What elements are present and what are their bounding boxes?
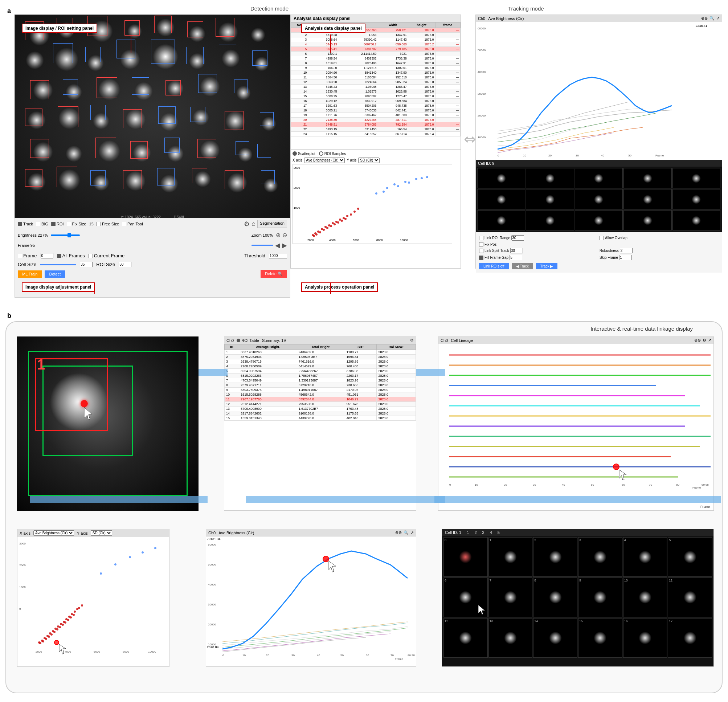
frame-next-icon[interactable]: ▶ [282, 241, 287, 249]
svg-point-106 [62, 624, 64, 626]
frame-label: Frame 95 [18, 243, 35, 247]
skip-frame-input[interactable] [619, 255, 632, 260]
svg-text:30: 30 [533, 483, 536, 487]
home-icon[interactable]: ⌂ [251, 220, 256, 228]
roi-size-input[interactable] [119, 262, 131, 267]
scatter-bottom-svg: 3000 2000 1000 0 2000 4000 6000 8000 100… [17, 537, 169, 657]
cell-size-slider[interactable] [40, 264, 76, 265]
svg-text:50: 50 [340, 654, 344, 657]
cell-size-input[interactable] [80, 262, 92, 267]
svg-point-11 [313, 235, 315, 237]
image-display-label: Image display / ROI setting panel [22, 24, 97, 33]
svg-text:40000: 40000 [478, 71, 486, 74]
scatterplot-radio[interactable]: Scatterplot [293, 152, 315, 156]
all-frames-checkbox[interactable]: All Frames [57, 253, 85, 259]
pan-tool-checkbox[interactable]: Pan Tool [122, 222, 143, 226]
lineage-svg: 0 10 20 30 40 50 60 70 80 90 95 Frame [438, 344, 714, 489]
fill-frame-gap-input[interactable] [510, 255, 522, 260]
click-point-red [81, 400, 88, 407]
fill-frame-gap-checkbox[interactable]: Fill Frame Gap [479, 255, 598, 260]
y-axis-select[interactable]: SD (Cir) [358, 157, 380, 163]
zoom-icon[interactable]: ⊕⊖ [701, 16, 708, 21]
thumb-cell-14 [624, 210, 672, 231]
delete-button[interactable]: Delete 🔍 [261, 270, 287, 278]
frame-start-input[interactable] [40, 253, 53, 259]
svg-text:30: 30 [292, 654, 295, 657]
svg-point-110 [72, 614, 75, 616]
detection-data-panel: Analysis data display panel No. x y widt… [290, 14, 461, 269]
svg-text:90 95: 90 95 [702, 483, 709, 487]
svg-point-109 [70, 616, 72, 618]
roi-samples-radio[interactable]: ROI Samples [319, 152, 346, 156]
x-axis-select[interactable]: Ave Brightness (Cir) [304, 157, 345, 163]
big-checkbox[interactable]: BIG [36, 222, 48, 226]
fix-pos-checkbox[interactable]: Fix Pos [479, 242, 598, 247]
roi-table-settings-icon[interactable]: ⚙ [410, 338, 414, 343]
y-axis-select-bottom[interactable]: SD (Cir) [91, 530, 112, 536]
export-icon[interactable]: ↗ [716, 16, 720, 21]
robustness-input[interactable] [620, 248, 633, 253]
frame-prev-icon[interactable]: ◀ [275, 241, 280, 249]
track-prev-button[interactable]: ◀ Track [512, 263, 533, 269]
svg-point-112 [81, 604, 83, 607]
settings-icon[interactable]: ⚙ [244, 220, 250, 228]
current-frame-checkbox[interactable]: Current Frame [88, 253, 125, 259]
svg-point-13 [319, 231, 321, 233]
lineage-chart: 0 10 20 30 40 50 60 70 80 90 95 Frame [438, 344, 714, 489]
lineage-expand-icon[interactable]: ⊕⊖ [694, 338, 701, 343]
detect-button[interactable]: Detect [45, 270, 65, 278]
svg-text:0: 0 [19, 607, 21, 611]
svg-text:60000: 60000 [208, 543, 216, 546]
link-split-track-input[interactable] [510, 248, 523, 253]
x-axis-select-bottom[interactable]: Ave Brightness (Cir) [33, 530, 74, 536]
analysis-data-label: Analysis data display panel [301, 24, 365, 33]
frame-slider[interactable] [251, 245, 273, 246]
svg-text:1000: 1000 [19, 585, 26, 589]
skip-frame-checkbox[interactable]: Skip Frame [599, 255, 719, 260]
lineage-settings-icon[interactable]: ⚙ [703, 338, 706, 343]
svg-point-97 [76, 608, 78, 610]
svg-marker-137 [329, 561, 336, 572]
segmentation-btn[interactable]: Segmentation [257, 220, 287, 228]
zoom-out-icon[interactable]: ⊖ [282, 231, 287, 238]
svg-point-117 [154, 547, 156, 549]
tracking-bottom-svg: 60000 50000 40000 30000 20000 10000 0 10… [206, 536, 416, 660]
cell-lineage-header: Ch0 Cell Lineage ⊕⊖ ⚙ ↗ [438, 337, 714, 344]
thumb-cell-6 [477, 189, 525, 209]
thumb-b-8: 8 [533, 578, 578, 617]
link-split-track-checkbox[interactable]: Link Split Track [479, 248, 598, 253]
brightness-slider[interactable] [51, 234, 80, 236]
thumb-cell-9 [624, 189, 672, 209]
ml-train-button[interactable]: ML Train [18, 270, 42, 278]
free-size-checkbox[interactable]: Free Size [97, 222, 119, 226]
threshold-input[interactable] [269, 253, 287, 259]
tracking-b-export-icon[interactable]: ↗ [410, 530, 414, 535]
svg-text:2000: 2000 [19, 564, 26, 567]
blue-line-4 [246, 496, 445, 503]
zoom-in-icon[interactable]: ⊕ [276, 231, 280, 238]
thumb-b-16: 16 [623, 618, 667, 658]
cell-id-bottom-header: Cell ID: 1 1 2 3 4 5 [442, 529, 714, 536]
svg-point-102 [51, 633, 53, 636]
tracking-b-zoom-icon[interactable]: ⊕⊖ [395, 530, 402, 535]
robustness-checkbox[interactable]: Robustness [599, 248, 719, 253]
link-roi-range-input[interactable] [511, 235, 524, 241]
tracking-b-search-icon[interactable]: 🔍 [404, 530, 409, 535]
lineage-export-icon[interactable]: ↗ [708, 338, 711, 343]
svg-text:40: 40 [317, 654, 320, 657]
link-roi-range-checkbox[interactable]: Link ROI Range [479, 235, 598, 241]
allow-overlap-checkbox[interactable]: Allow Overlap [599, 235, 719, 241]
track-next-button[interactable]: Track ▶ [536, 263, 558, 269]
scatter-section: Scatterplot ROI Samples X axis Ave Brigh… [291, 149, 461, 246]
link-rois-off-button[interactable]: Link ROIs off [479, 263, 509, 269]
svg-point-33 [420, 177, 423, 179]
roi-table-radio[interactable]: ROI Table [237, 338, 259, 343]
search-icon[interactable]: 🔍 [709, 16, 715, 21]
thumb-cell-12 [526, 210, 574, 231]
roi-checkbox[interactable]: ROI [51, 222, 64, 226]
track-checkbox[interactable]: Track [18, 222, 33, 226]
svg-point-103 [53, 631, 55, 633]
fix-size-checkbox[interactable]: Fix Size [67, 222, 87, 226]
frame-checkbox[interactable]: Frame [18, 253, 37, 259]
svg-text:30: 30 [576, 154, 579, 157]
